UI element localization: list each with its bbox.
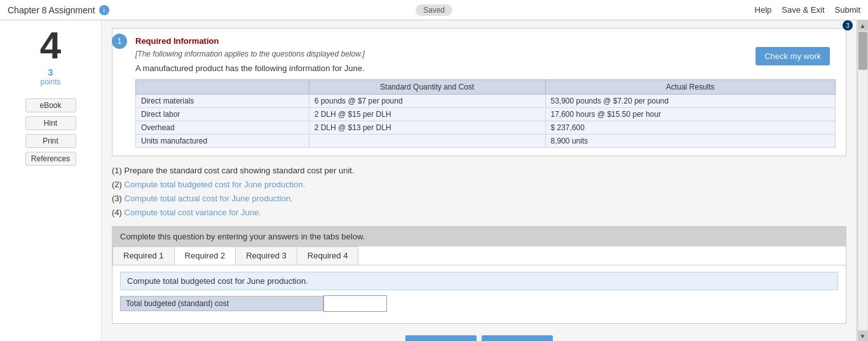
main-layout: 4 3 points eBook Hint Print References 1… <box>0 20 868 341</box>
saved-badge: Saved <box>416 4 452 16</box>
print-button[interactable]: Print <box>25 134 76 148</box>
row-label-4: Units manufactured <box>136 135 309 148</box>
bottom-nav: ◄ Required 1 Required 3 ► <box>112 330 846 341</box>
row-actual-1: 53,900 pounds @ $7.20 per pound <box>545 95 835 108</box>
scrollbar: ▲ ▼ <box>857 20 868 341</box>
tab-required-4[interactable]: Required 4 <box>297 246 359 265</box>
chapter-assignment-title: Chapter 8 Assignment <box>8 5 95 15</box>
task-1-number: (1) <box>112 166 122 175</box>
required-info-title: Required Information <box>135 36 836 46</box>
task-4-link[interactable]: Compute total cost variance for June. <box>125 208 261 217</box>
tab-required-3[interactable]: Required 3 <box>235 246 297 265</box>
task-4: (4) Compute total cost variance for June… <box>112 206 846 220</box>
input-row: Total budgeted (standard) cost <box>120 295 838 312</box>
task-2: (2) Compute total budgeted cost for June… <box>112 178 846 192</box>
check-work-wrapper: Check my work 3 <box>775 24 849 43</box>
row-standard-1: 6 pounds @ $7 per pound <box>309 95 545 108</box>
row-label-3: Overhead <box>136 121 309 135</box>
task-4-number: (4) <box>112 208 122 217</box>
row-actual-4: 8,900 units <box>545 135 835 148</box>
row-actual-3: $ 237,600 <box>545 121 835 135</box>
submit-button[interactable]: Submit <box>835 5 860 15</box>
table-row: Overhead 2 DLH @ $13 per DLH $ 237,600 <box>136 121 836 135</box>
tab-instruction: Compute total budgeted cost for June pro… <box>120 272 838 290</box>
points-badge: 3 points <box>40 67 60 86</box>
check-work-badge: 3 <box>843 20 853 30</box>
task-2-link[interactable]: Compute total budgeted cost for June pro… <box>125 180 306 189</box>
page-title: Chapter 8 Assignment i <box>8 5 109 15</box>
content-area: 1 Required Information [The following in… <box>102 20 857 341</box>
help-link[interactable]: Help <box>755 5 772 15</box>
task-3: (3) Compute total actual cost for June p… <box>112 192 846 206</box>
row-standard-4 <box>309 135 545 148</box>
tab-required-1[interactable]: Required 1 <box>112 246 175 265</box>
data-table: Standard Quantity and Cost Actual Result… <box>135 79 836 148</box>
row-standard-3: 2 DLH @ $13 per DLH <box>309 121 545 135</box>
left-sidebar: 4 3 points eBook Hint Print References <box>0 20 102 341</box>
task-3-link[interactable]: Compute total actual cost for June produ… <box>125 194 293 203</box>
table-header-row-label <box>136 80 309 95</box>
task-2-number: (2) <box>112 180 122 189</box>
prev-button[interactable]: ◄ Required 1 <box>405 335 477 341</box>
table-header-actual: Actual Results <box>545 80 835 95</box>
intro-text: A manufactured product has the following… <box>135 64 836 73</box>
question-number: 4 <box>40 27 61 65</box>
budgeted-cost-input[interactable] <box>323 295 387 312</box>
table-header-standard: Standard Quantity and Cost <box>309 80 545 95</box>
question-box: 1 Required Information [The following in… <box>112 28 846 156</box>
references-button[interactable]: References <box>25 152 76 166</box>
table-row: Direct materials 6 pounds @ $7 per pound… <box>136 95 836 108</box>
points-value: 3 <box>40 67 60 77</box>
scroll-up-arrow[interactable]: ▲ <box>858 20 868 30</box>
task-1-text: Prepare the standard cost card showing s… <box>125 166 355 175</box>
task-list: (1) Prepare the standard cost card showi… <box>112 164 846 220</box>
tabs-row: Required 1 Required 2 Required 3 Require… <box>112 246 846 265</box>
top-bar: Chapter 8 Assignment i Saved Help Save &… <box>0 0 868 20</box>
scroll-down-arrow[interactable]: ▼ <box>858 331 868 341</box>
required-info-subtitle: [The following information applies to th… <box>135 50 836 58</box>
hint-button[interactable]: Hint <box>25 116 76 130</box>
table-row: Direct labor 2 DLH @ $15 per DLH 17,600 … <box>136 108 836 121</box>
points-unit: points <box>40 77 60 86</box>
top-bar-actions: Help Save & Exit Submit <box>755 5 860 15</box>
ebook-button[interactable]: eBook <box>25 98 76 112</box>
scroll-thumb[interactable] <box>858 32 867 70</box>
row-label-2: Direct labor <box>136 108 309 121</box>
answer-section: Complete this question by entering your … <box>112 226 846 324</box>
task-3-number: (3) <box>112 194 122 203</box>
input-label: Total budgeted (standard) cost <box>120 296 323 311</box>
answer-header: Complete this question by entering your … <box>112 227 846 246</box>
task-1: (1) Prepare the standard cost card showi… <box>112 164 846 178</box>
save-exit-link[interactable]: Save & Exit <box>782 5 824 15</box>
row-label-1: Direct materials <box>136 95 309 108</box>
scroll-track <box>858 32 867 330</box>
tab-content: Compute total budgeted cost for June pro… <box>112 265 846 323</box>
table-row: Units manufactured 8,900 units <box>136 135 836 148</box>
check-my-work-button[interactable]: Check my work <box>756 47 830 65</box>
row-standard-2: 2 DLH @ $15 per DLH <box>309 108 545 121</box>
row-actual-2: 17,600 hours @ $15.50 per hour <box>545 108 835 121</box>
question-marker: 1 <box>112 34 127 49</box>
next-button[interactable]: Required 3 ► <box>482 335 553 341</box>
info-icon[interactable]: i <box>99 5 109 15</box>
tab-required-2[interactable]: Required 2 <box>174 246 236 265</box>
